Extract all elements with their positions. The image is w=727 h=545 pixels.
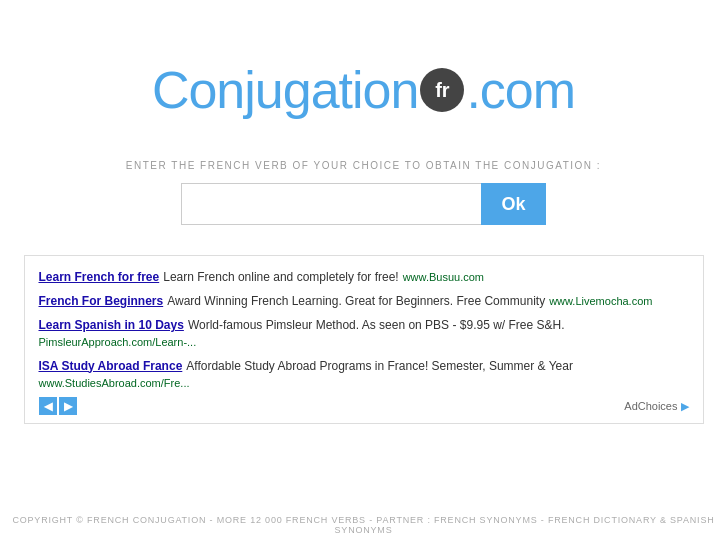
footer: COPYRIGHT © FRENCH CONJUGATION - MORE 12…	[0, 515, 727, 535]
logo-prefix: Conjugation	[152, 60, 419, 120]
adchoices-area: AdChoices ▶	[624, 400, 688, 413]
ad-desc-1: Learn French online and completely for f…	[163, 268, 398, 286]
ad-desc-4: Affordable Study Abroad Programs in Fran…	[186, 357, 573, 375]
ad-desc-2: Award Winning French Learning. Great for…	[167, 292, 545, 310]
ads-prev-button[interactable]: ◀	[39, 397, 57, 415]
page-wrapper: Conjugation fr .com Enter the French ver…	[0, 0, 727, 444]
ad-url-1: www.Busuu.com	[403, 269, 484, 286]
logo-suffix: .com	[466, 60, 575, 120]
ads-next-button[interactable]: ▶	[59, 397, 77, 415]
logo-badge: fr	[420, 68, 464, 112]
adchoices-icon: ▶	[681, 400, 689, 413]
ad-url-3: PimsleurApproach.com/Learn-...	[39, 334, 197, 351]
ad-row-1: Learn French for free Learn French onlin…	[39, 268, 689, 286]
search-subtitle: Enter the French verb of your choice to …	[126, 160, 601, 171]
ad-row-3: Learn Spanish in 10 Days World-famous Pi…	[39, 316, 689, 351]
ads-container: Learn French for free Learn French onlin…	[24, 255, 704, 424]
ad-link-1[interactable]: Learn French for free	[39, 268, 160, 286]
search-input[interactable]	[181, 183, 481, 225]
logo-area: Conjugation fr .com	[152, 60, 575, 120]
logo-badge-text: fr	[435, 79, 449, 102]
ad-url-2: www.Livemocha.com	[549, 293, 652, 310]
adchoices-label: AdChoices	[624, 400, 677, 412]
search-button[interactable]: Ok	[481, 183, 545, 225]
ads-nav-row: ◀ ▶ AdChoices ▶	[39, 397, 689, 415]
ad-link-3[interactable]: Learn Spanish in 10 Days	[39, 316, 184, 334]
ad-row-2: French For Beginners Award Winning Frenc…	[39, 292, 689, 310]
ad-row-4: ISA Study Abroad France Affordable Study…	[39, 357, 689, 392]
ad-link-4[interactable]: ISA Study Abroad France	[39, 357, 183, 375]
ad-url-4: www.StudiesAbroad.com/Fre...	[39, 375, 190, 392]
search-area: Ok	[181, 183, 545, 225]
ads-nav-buttons: ◀ ▶	[39, 397, 77, 415]
ad-link-2[interactable]: French For Beginners	[39, 292, 164, 310]
ad-desc-3: World-famous Pimsleur Method. As seen on…	[188, 316, 565, 334]
footer-text: COPYRIGHT © FRENCH CONJUGATION - MORE 12…	[12, 515, 714, 535]
